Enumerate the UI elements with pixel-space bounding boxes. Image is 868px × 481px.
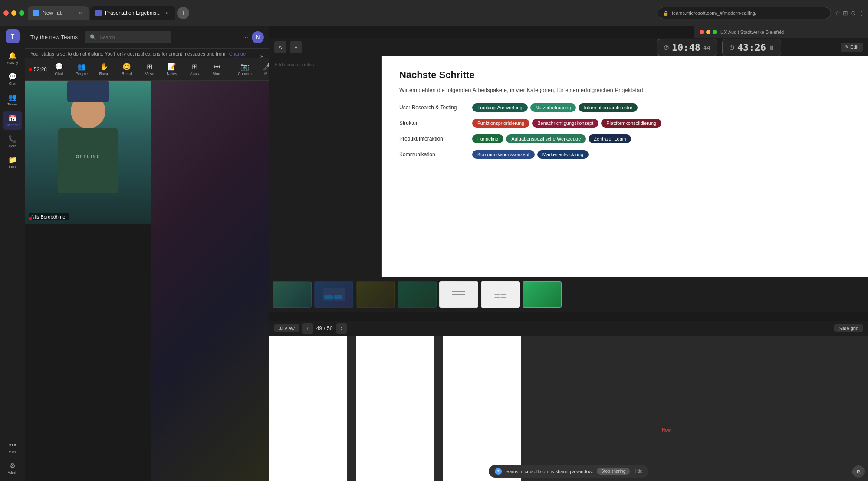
minimize-button[interactable] <box>11 10 16 16</box>
person-hat <box>67 81 109 102</box>
prev-slide-btn[interactable]: ‹ <box>302 323 313 334</box>
chip-info: Informationsarchitektur <box>579 103 638 112</box>
thumb-7-active[interactable] <box>523 281 562 308</box>
profile-icon[interactable]: ⊙ <box>851 10 856 16</box>
new-tab-button[interactable]: + <box>177 7 189 19</box>
more-toolbar-btn[interactable]: ••• More <box>207 61 227 78</box>
tab-new-tab-label: New Tab <box>43 10 62 16</box>
sidebar-item-activity[interactable]: 🔔 Activity <box>3 49 22 68</box>
stop-sharing-button[interactable]: Stop sharing <box>597 468 630 475</box>
view-toolbar-btn[interactable]: ⊞ View <box>139 61 160 78</box>
timer-2-pause-icon[interactable]: ⏸ <box>769 44 775 51</box>
timer-2-box: ⏱ 43:26 ⏸ <box>722 39 781 56</box>
browser-controls: ☆ ⊞ ⊙ ⋮ <box>835 10 865 16</box>
slide-grid-button[interactable]: Slide grid <box>834 324 863 332</box>
thumb-1[interactable] <box>273 281 312 308</box>
url-text: teams.microsoft.com/_#/modern-calling/ <box>672 10 756 16</box>
video-area: OFFLINE Nils Borgböhmer <box>25 81 269 481</box>
url-bar[interactable]: 🔒 teams.microsoft.com/_#/modern-calling/ <box>658 7 831 19</box>
chip-funktion: Funktionspriorisierung <box>472 119 529 128</box>
calls-icon: 📞 <box>8 135 17 143</box>
max-btn-small[interactable] <box>713 30 717 34</box>
more-toolbar-icon: ••• <box>214 63 221 71</box>
timer-1-icon: ⏱ <box>663 44 669 51</box>
tab-teams[interactable]: Präsentation Ergebnis... ✕ <box>90 6 175 20</box>
view-btn[interactable]: ⊞ View <box>274 324 299 332</box>
close-button[interactable] <box>3 10 9 16</box>
chip-nutzer: Nutzerbefragung <box>530 103 576 112</box>
call-toolbar: 52:28 💬 Chat 👥 People ✋ Raise 😊 React ⊞ … <box>25 58 269 81</box>
text-format-a-btn[interactable]: A <box>274 41 286 53</box>
sidebar-item-calls[interactable]: 📞 Calls <box>3 132 22 151</box>
sidebar-item-files[interactable]: 📁 Files <box>3 153 22 172</box>
thumbnail-strip: ────────────────── ─── ────── ────── ─── <box>269 277 868 312</box>
notes-toolbar-btn[interactable]: 📝 Notes <box>161 61 182 78</box>
chat-toolbar-btn[interactable]: 💬 Chat <box>49 61 69 78</box>
thumb-5[interactable]: ────────────────── <box>439 281 478 308</box>
slide-subtitle: Wir empfehlen die folgenden Arbeitspaket… <box>399 86 851 95</box>
sidebar-item-more[interactable]: ••• More <box>3 438 22 457</box>
svg-rect-1 <box>324 295 333 299</box>
min-btn-small[interactable] <box>706 30 710 34</box>
tab-teams-favicon <box>95 10 102 16</box>
slide-row-3: Produkt/Interaktion Funneling Aufgabensp… <box>399 134 851 143</box>
camera-toolbar-btn[interactable]: 📷 Camera <box>234 61 255 78</box>
slide-content-area: Add speaker notes... Nächste Schritte Wi… <box>269 56 868 312</box>
chip-login: Zentraler Login <box>589 134 631 143</box>
thumb-4[interactable] <box>398 281 437 308</box>
extensions-icon[interactable]: ⊞ <box>843 10 848 16</box>
settings-icon[interactable]: ⋯ <box>242 34 248 41</box>
bookmark-icon[interactable]: ☆ <box>835 10 840 16</box>
thumb-3[interactable] <box>356 281 395 308</box>
teams-search[interactable]: 🔍 Search <box>85 31 171 43</box>
timer-1-box: ⏱ 10:48 44 <box>657 39 717 56</box>
view-toolbar-icon: ⊞ <box>147 62 152 71</box>
row-label-4: Kommunikation <box>399 151 469 157</box>
hide-button[interactable]: Hide <box>633 469 642 474</box>
offline-text: OFFLINE <box>58 128 118 159</box>
user-avatar[interactable]: N <box>252 31 264 43</box>
tab-new-tab[interactable]: New Tab ✕ <box>28 6 89 20</box>
svg-rect-0 <box>323 288 345 301</box>
next-slide-btn[interactable]: › <box>336 323 347 334</box>
menu-icon[interactable]: ⋮ <box>858 10 865 16</box>
speaker-notes: Add speaker notes... <box>269 56 382 312</box>
edit-button[interactable]: ✎ Edit <box>841 43 863 52</box>
apps-toolbar-btn[interactable]: ⊞ Apps <box>184 61 205 78</box>
react-toolbar-btn[interactable]: 😊 React <box>116 61 137 78</box>
people-toolbar-icon: 👥 <box>77 62 86 71</box>
chip-funneling: Funneling <box>472 134 503 143</box>
react-toolbar-icon: 😊 <box>122 62 131 71</box>
sidebar-item-calendar[interactable]: 📅 Calendar <box>3 111 22 130</box>
chip-marke: Markenentwicklung <box>537 150 589 159</box>
tab-teams-close-icon[interactable]: ✕ <box>164 10 170 16</box>
chips-4: Kommunikationskonzept Markenentwicklung <box>472 150 589 159</box>
raise-toolbar-btn[interactable]: ✋ Raise <box>94 61 115 78</box>
bottom-right: ⊞ View ‹ 49 / 50 › Slide grid <box>269 321 868 481</box>
close-btn-small[interactable] <box>700 30 704 34</box>
thumb-6[interactable]: ─── ────── ────── ─── <box>481 281 520 308</box>
people-toolbar-btn[interactable]: 👥 People <box>71 61 92 78</box>
sidebar-item-teams[interactable]: 👥 Teams <box>3 90 22 109</box>
thumb-2[interactable] <box>314 281 353 308</box>
participant-video: OFFLINE Nils Borgböhmer <box>25 81 151 224</box>
sidebar-item-chat[interactable]: 💬 Chat <box>3 69 22 88</box>
sharing-icon: T <box>495 468 502 475</box>
new-line-indicator <box>356 429 668 429</box>
speaker-notes-placeholder[interactable]: Add speaker notes... <box>274 62 318 67</box>
timer-display: ⏱ 10:48 44 ⏱ 43:26 ⏸ <box>657 39 781 56</box>
search-placeholder: Search <box>100 35 115 40</box>
tab-close-icon[interactable]: ✕ <box>77 10 83 16</box>
topbar-right: ⋯ N <box>242 31 264 43</box>
recording-status-dot <box>29 217 32 220</box>
chips-1: Tracking-Auswertung Nutzerbefragung Info… <box>472 103 638 112</box>
fullscreen-button[interactable] <box>19 10 24 16</box>
text-format-a2-btn[interactable]: A <box>290 41 302 53</box>
slide-inner: Nächste Schritte Wir empfehlen die folge… <box>382 56 868 312</box>
sidebar-item-admin[interactable]: ⚙ Admin <box>3 458 22 478</box>
main-layout: T 🔔 Activity 💬 Chat 👥 Teams 📅 Calendar 📞… <box>0 26 868 481</box>
total-slides: 50 <box>327 325 332 331</box>
admin-icon: ⚙ <box>10 461 16 470</box>
camera-toolbar-icon: 📷 <box>240 62 249 71</box>
main-slide: Nächste Schritte Wir empfehlen die folge… <box>382 56 868 312</box>
